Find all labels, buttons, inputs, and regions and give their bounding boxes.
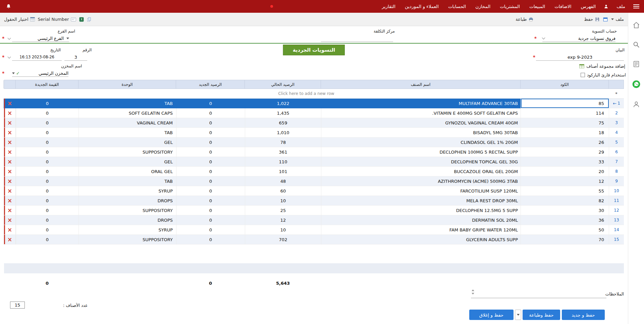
unit-cell[interactable]: TAB — [78, 128, 176, 138]
new-value-cell[interactable]: 0 — [16, 206, 78, 215]
delete-row-button[interactable]: × — [4, 99, 16, 108]
save-and-close-button[interactable]: حفظ و إغلاق — [469, 310, 514, 320]
topbar-menu-item[interactable]: التقارير — [382, 4, 395, 9]
delete-row-button[interactable]: × — [4, 138, 16, 147]
current-balance-cell[interactable]: 10 — [245, 225, 321, 235]
item-name-cell[interactable]: FAM BABY GRIPE WATER 120ML — [321, 225, 521, 235]
profile-icon[interactable] — [633, 101, 640, 108]
current-balance-cell[interactable]: 110 — [245, 157, 321, 167]
item-name-cell[interactable]: MULTIFAM ADVANCE 30TAB — [321, 99, 521, 108]
delete-row-button[interactable]: × — [4, 215, 16, 225]
code-cell[interactable]: 29 — [521, 147, 609, 157]
header-new-value[interactable]: القيمة الجديدة — [15, 80, 78, 89]
layout-window-icon[interactable] — [603, 17, 608, 22]
topbar-menu-item[interactable]: المشتريات — [500, 4, 520, 9]
new-balance-cell[interactable]: 0 — [176, 186, 245, 196]
new-value-cell[interactable]: 0 — [16, 215, 78, 225]
branch-field[interactable]: الفرع الرئيسي — [12, 35, 69, 42]
unit-cell[interactable]: GEL — [78, 138, 176, 147]
code-cell[interactable]: 36 — [521, 215, 609, 225]
barcode-checkbox[interactable] — [581, 73, 585, 77]
current-balance-cell[interactable]: 1,435 — [245, 108, 321, 118]
new-balance-cell[interactable]: 0 — [176, 157, 245, 167]
item-name-cell[interactable]: VITAMIN E 400MG SOFT GELATIN CAPS. — [321, 108, 521, 118]
unit-cell[interactable]: GEL — [78, 157, 176, 167]
code-cell[interactable]: 33 — [521, 157, 609, 167]
topbar-menu-item-file[interactable]: ملف — [616, 4, 625, 9]
current-balance-cell[interactable]: 10 — [245, 196, 321, 206]
item-name-cell[interactable]: BISADYL 5MG 30TAB — [321, 128, 521, 138]
current-balance-cell[interactable]: 702 — [245, 235, 321, 245]
row-number-cell[interactable]: ←10 — [609, 186, 624, 196]
row-number-cell[interactable]: ←3 — [609, 118, 624, 128]
item-name-cell[interactable]: CLINDASOL GEL 1% 20GM — [321, 138, 521, 147]
bell-icon[interactable] — [6, 4, 11, 9]
home-icon[interactable] — [632, 21, 640, 29]
current-balance-cell[interactable]: 25 — [245, 206, 321, 215]
excel-export-icon[interactable]: X — [79, 17, 84, 22]
chevron-down-icon[interactable] — [8, 55, 11, 59]
code-cell[interactable]: 114 — [521, 108, 609, 118]
copy-document-icon[interactable] — [87, 17, 91, 22]
new-value-cell[interactable]: 0 — [16, 108, 78, 118]
current-balance-cell[interactable]: 78 — [245, 138, 321, 147]
current-balance-cell[interactable]: 1,022 — [245, 99, 321, 108]
unit-cell[interactable]: DROPS — [78, 215, 176, 225]
item-name-cell[interactable]: GLYCERIN ADULTS SUPP — [321, 235, 521, 245]
new-value-cell[interactable]: 0 — [16, 128, 78, 138]
code-cell[interactable]: 55 — [521, 186, 609, 196]
new-balance-cell[interactable]: 0 — [176, 99, 245, 108]
new-value-cell[interactable]: 0 — [16, 167, 78, 176]
row-number-cell[interactable]: ←12 — [609, 206, 624, 215]
choose-fields-button[interactable]: اختيار الحقول — [4, 17, 35, 22]
whatsapp-icon[interactable] — [632, 80, 641, 89]
new-balance-cell[interactable]: 0 — [176, 225, 245, 235]
scroll-band[interactable] — [4, 263, 624, 273]
new-balance-cell[interactable]: 0 — [176, 118, 245, 128]
row-number-cell[interactable]: ←5 — [609, 138, 624, 147]
code-cell[interactable]: 75 — [521, 118, 609, 128]
topbar-menu-item[interactable]: العملاء و الموردين — [405, 4, 439, 9]
unit-cell[interactable]: DROPS — [78, 196, 176, 206]
add-items-group-button[interactable]: إضافة مجموعة أصناف — [579, 64, 625, 69]
unit-cell[interactable]: ORAL GEL — [78, 167, 176, 176]
chevron-down-icon[interactable] — [8, 37, 11, 40]
unit-cell[interactable]: VAGINAL CREAM — [78, 118, 176, 128]
new-value-cell[interactable]: 0 — [16, 176, 78, 186]
new-balance-cell[interactable]: 0 — [176, 206, 245, 215]
new-balance-cell[interactable]: 0 — [176, 138, 245, 147]
unit-cell[interactable]: SUPPOSITORY — [78, 235, 176, 245]
code-cell[interactable]: 18 — [521, 128, 609, 138]
new-value-cell[interactable]: 0 — [16, 157, 78, 167]
new-value-cell[interactable]: 0 — [16, 196, 78, 206]
unit-cell[interactable]: SYRUP — [78, 225, 176, 235]
current-balance-cell[interactable]: 48 — [245, 176, 321, 186]
item-name-cell[interactable]: DERMATIN SOL 20ML — [321, 215, 521, 225]
new-value-cell[interactable]: 0 — [16, 147, 78, 157]
header-item-name[interactable]: اسم الصنف — [321, 80, 520, 89]
row-number-cell[interactable]: ←2 — [609, 108, 624, 118]
cost-center-field[interactable] — [321, 35, 393, 42]
code-cell[interactable]: 70 — [521, 235, 609, 245]
unit-cell[interactable]: TAB — [78, 99, 176, 108]
item-name-cell[interactable]: DECLOPHEN TOPICAL GEL 30G — [321, 157, 521, 167]
user-icon[interactable] — [604, 4, 608, 9]
item-name-cell[interactable]: MELA REST DROP 30ML — [321, 196, 521, 206]
row-number-cell[interactable]: ←13 — [609, 215, 624, 225]
row-number-cell[interactable]: ←15 — [609, 235, 624, 245]
notes-input[interactable] — [471, 289, 606, 298]
code-cell[interactable]: 50 — [521, 225, 609, 235]
delete-row-button[interactable]: × — [4, 147, 16, 157]
warehouse-field[interactable]: المخزن الرئيسي ✓ — [12, 70, 68, 77]
current-balance-cell[interactable]: 60 — [245, 186, 321, 196]
new-balance-cell[interactable]: 0 — [176, 235, 245, 245]
topbar-menu-item[interactable]: الحسابات — [448, 4, 466, 9]
header-unit[interactable]: الوحدة — [78, 80, 176, 89]
delete-row-button[interactable]: × — [4, 128, 16, 138]
delete-row-button[interactable]: × — [4, 176, 16, 186]
row-number-cell[interactable]: ←1 — [609, 99, 624, 108]
delete-row-button[interactable]: × — [4, 225, 16, 235]
save-and-print-button[interactable]: حفظ وطباعة — [523, 310, 560, 320]
new-value-cell[interactable]: 0 — [16, 186, 78, 196]
new-value-cell[interactable]: 0 — [16, 225, 78, 235]
